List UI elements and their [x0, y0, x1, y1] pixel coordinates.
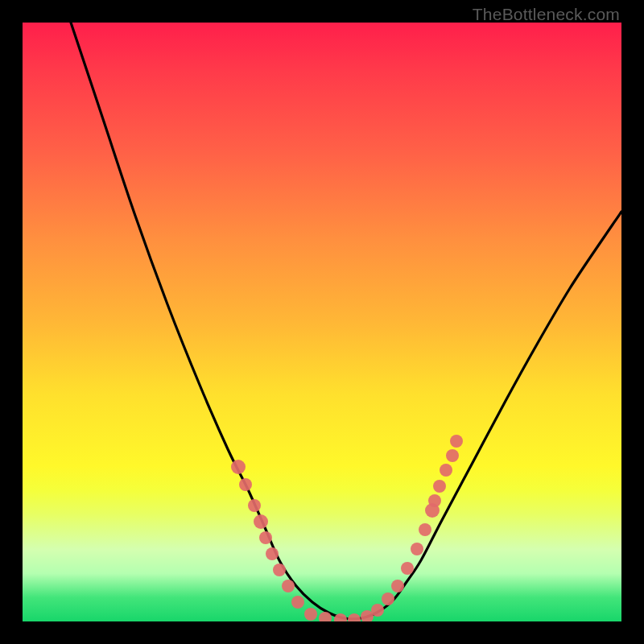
data-point [254, 514, 268, 529]
data-point [266, 547, 279, 560]
data-point [433, 480, 446, 493]
data-point [231, 460, 246, 474]
bottleneck-curve [71, 23, 621, 619]
chart-frame: TheBottleneck.com [0, 0, 644, 644]
data-point [411, 543, 423, 555]
data-point [382, 592, 394, 605]
data-point [248, 499, 261, 512]
chart-svg [23, 23, 621, 621]
data-point [282, 580, 295, 592]
data-point [440, 464, 452, 477]
data-point [371, 604, 384, 617]
data-point [259, 531, 272, 544]
data-point [273, 564, 286, 576]
curve-layer [71, 23, 621, 619]
data-point [391, 580, 404, 592]
data-point [401, 562, 414, 575]
data-point [304, 608, 317, 621]
data-point [446, 449, 459, 462]
data-point [348, 613, 361, 621]
data-point [450, 435, 463, 448]
attribution-text: TheBottleneck.com [473, 5, 620, 24]
data-point [428, 494, 441, 507]
data-point [291, 596, 304, 609]
data-point [239, 478, 252, 491]
data-point [419, 523, 431, 536]
plot-area [23, 23, 621, 621]
